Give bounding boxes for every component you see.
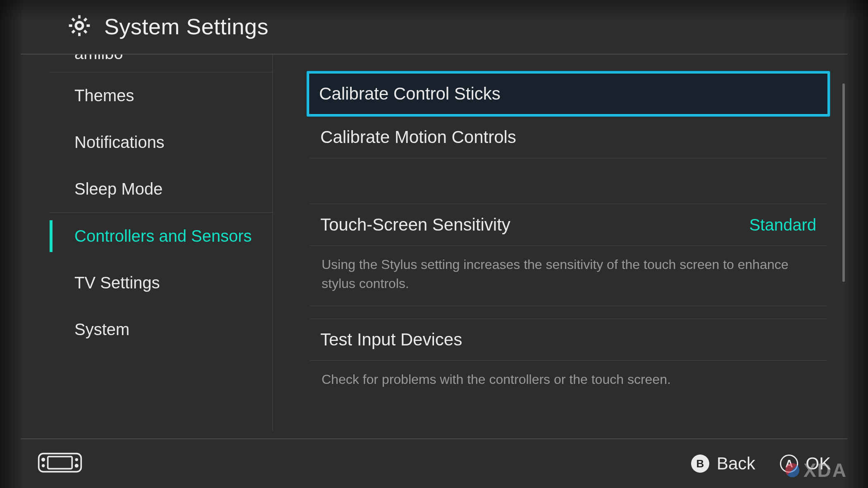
svg-rect-2 <box>48 457 72 469</box>
content-panel: Calibrate Control Sticks Calibrate Motio… <box>273 55 847 431</box>
sidebar-item-sleep-mode[interactable]: Sleep Mode <box>50 166 273 212</box>
controller-icon <box>37 452 83 475</box>
option-test-input-devices[interactable]: Test Input Devices <box>310 319 827 361</box>
main: amiibo Themes Notifications Sleep Mode C… <box>21 55 847 431</box>
svg-point-6 <box>76 465 78 467</box>
option-description: Using the Stylus setting increases the s… <box>310 246 827 306</box>
option-calibrate-control-sticks[interactable]: Calibrate Control Sticks <box>307 71 830 117</box>
option-calibrate-motion-controls[interactable]: Calibrate Motion Controls <box>310 117 827 158</box>
gear-icon <box>66 12 93 40</box>
sidebar-item-themes[interactable]: Themes <box>50 72 273 119</box>
footer-button-ok[interactable]: A OK <box>780 454 831 474</box>
sidebar: amiibo Themes Notifications Sleep Mode C… <box>21 55 273 431</box>
footer-button-back[interactable]: B Back <box>691 454 755 474</box>
page-title: System Settings <box>104 14 269 39</box>
footer-button-label: OK <box>806 454 831 474</box>
option-value: Standard <box>749 216 816 234</box>
option-touch-screen-sensitivity[interactable]: Touch-Screen Sensitivity Standard <box>310 204 827 246</box>
option-label: Calibrate Control Sticks <box>319 84 828 104</box>
footer: B Back A OK <box>21 438 847 488</box>
header: System Settings <box>21 0 847 55</box>
a-button-icon: A <box>780 455 798 473</box>
sidebar-item-system[interactable]: System <box>50 306 273 353</box>
svg-point-5 <box>76 459 77 461</box>
sidebar-item-controllers-and-sensors[interactable]: Controllers and Sensors <box>50 213 273 259</box>
svg-point-0 <box>76 22 83 29</box>
option-label: Calibrate Motion Controls <box>320 127 827 147</box>
b-button-icon: B <box>691 455 709 473</box>
option-description: Check for problems with the controllers … <box>310 361 827 401</box>
sidebar-item-amiibo[interactable]: amiibo <box>50 55 273 72</box>
spacer <box>310 158 847 204</box>
footer-button-label: Back <box>717 454 755 474</box>
sidebar-item-notifications[interactable]: Notifications <box>50 119 273 166</box>
scrollbar[interactable] <box>842 83 845 282</box>
option-label: Test Input Devices <box>320 330 827 350</box>
svg-point-4 <box>43 465 44 467</box>
option-label: Touch-Screen Sensitivity <box>320 215 510 235</box>
svg-point-3 <box>42 459 44 461</box>
sidebar-item-tv-settings[interactable]: TV Settings <box>50 259 273 306</box>
